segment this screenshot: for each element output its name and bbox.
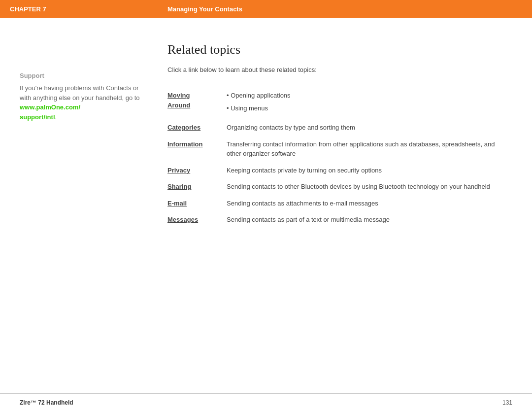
topic-link-email[interactable]: E-mail xyxy=(167,195,227,212)
support-period: . xyxy=(55,113,57,121)
topic-desc-sharing: Sending contacts to other Bluetooth devi… xyxy=(227,178,502,195)
topic-desc-moving-around: Opening applications Using menus xyxy=(227,87,502,119)
table-row: Categories Organizing contacts by type a… xyxy=(167,119,502,136)
topic-link-privacy[interactable]: Privacy xyxy=(167,162,227,179)
support-link[interactable]: www.palmOne.com/support/intl xyxy=(20,103,80,121)
main-content: Support If you're having problems with C… xyxy=(0,18,532,393)
support-text-content: If you're having problems with Contacts … xyxy=(20,84,140,102)
topic-link-sharing[interactable]: Sharing xyxy=(167,178,227,195)
topic-link-categories[interactable]: Categories xyxy=(167,119,227,136)
topic-desc-messages: Sending contacts as part of a text or mu… xyxy=(227,211,502,228)
support-label: Support xyxy=(20,72,148,79)
table-row: Information Transferring contact informa… xyxy=(167,136,502,162)
topic-link-moving-around[interactable]: MovingAround xyxy=(167,87,227,119)
page-title: Related topics xyxy=(167,42,502,57)
list-item: Opening applications xyxy=(227,91,502,101)
topics-table: MovingAround Opening applications Using … xyxy=(167,87,502,228)
topic-desc-information: Transferring contact information from ot… xyxy=(227,136,502,162)
table-row: E-mail Sending contacts as attachments t… xyxy=(167,195,502,212)
topic-desc-privacy: Keeping contacts private by turning on s… xyxy=(227,162,502,179)
topic-link-messages[interactable]: Messages xyxy=(167,211,227,228)
brand-text: Zire™ 72 Handheld xyxy=(20,399,73,406)
intro-text: Click a link below to learn about these … xyxy=(167,66,502,73)
footer-page-number: 131 xyxy=(502,399,512,406)
table-row: MovingAround Opening applications Using … xyxy=(167,87,502,119)
table-row: Sharing Sending contacts to other Blueto… xyxy=(167,178,502,195)
bullet-list-moving-around: Opening applications Using menus xyxy=(227,91,502,113)
footer-brand: Zire™ 72 Handheld xyxy=(20,399,73,406)
topic-desc-categories: Organizing contacts by type and sorting … xyxy=(227,119,502,136)
content-area: Related topics Click a link below to lea… xyxy=(158,33,532,393)
header-title: Managing Your Contacts xyxy=(167,5,242,13)
sidebar: Support If you're having problems with C… xyxy=(0,33,158,393)
header-chapter: CHAPTER 7 xyxy=(10,5,167,13)
table-row: Messages Sending contacts as part of a t… xyxy=(167,211,502,228)
support-text: If you're having problems with Contacts … xyxy=(20,83,148,122)
table-row: Privacy Keeping contacts private by turn… xyxy=(167,162,502,179)
footer: Zire™ 72 Handheld 131 xyxy=(0,393,532,411)
topic-desc-email: Sending contacts as attachments to e-mai… xyxy=(227,195,502,212)
topic-link-information[interactable]: Information xyxy=(167,136,227,162)
header-bar: CHAPTER 7 Managing Your Contacts xyxy=(0,0,532,18)
list-item: Using menus xyxy=(227,103,502,113)
